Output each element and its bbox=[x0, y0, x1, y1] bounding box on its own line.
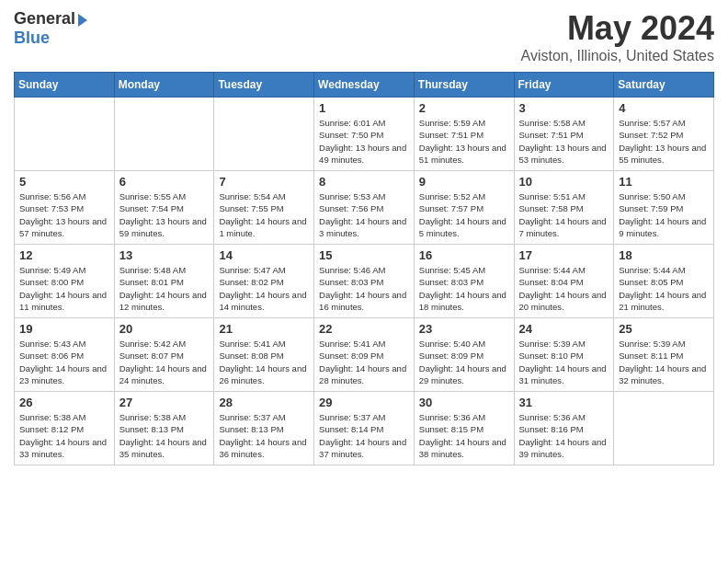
week-row-5: 26Sunrise: 5:38 AMSunset: 8:12 PMDayligh… bbox=[15, 392, 714, 465]
day-info: Sunrise: 5:36 AMSunset: 8:16 PMDaylight:… bbox=[519, 411, 609, 460]
calendar-cell: 10Sunrise: 5:51 AMSunset: 7:58 PMDayligh… bbox=[514, 171, 614, 245]
calendar-cell: 15Sunrise: 5:46 AMSunset: 8:03 PMDayligh… bbox=[314, 245, 415, 318]
day-info: Sunrise: 5:58 AMSunset: 7:51 PMDaylight:… bbox=[519, 117, 609, 166]
week-row-4: 19Sunrise: 5:43 AMSunset: 8:06 PMDayligh… bbox=[15, 318, 714, 392]
calendar-cell: 17Sunrise: 5:44 AMSunset: 8:04 PMDayligh… bbox=[514, 245, 614, 318]
day-number: 28 bbox=[219, 396, 309, 409]
calendar-table: SundayMondayTuesdayWednesdayThursdayFrid… bbox=[14, 72, 714, 465]
day-info: Sunrise: 6:01 AMSunset: 7:50 PMDaylight:… bbox=[319, 117, 409, 166]
day-info: Sunrise: 5:41 AMSunset: 8:08 PMDaylight:… bbox=[219, 338, 309, 386]
day-number: 17 bbox=[519, 248, 609, 262]
calendar-cell: 3Sunrise: 5:58 AMSunset: 7:51 PMDaylight… bbox=[514, 98, 614, 171]
day-number: 16 bbox=[419, 248, 509, 262]
title-area: May 2024 Aviston, Illinois, United State… bbox=[521, 9, 714, 64]
calendar-cell: 4Sunrise: 5:57 AMSunset: 7:52 PMDaylight… bbox=[614, 98, 714, 171]
day-info: Sunrise: 5:47 AMSunset: 8:02 PMDaylight:… bbox=[219, 264, 309, 313]
day-info: Sunrise: 5:37 AMSunset: 8:13 PMDaylight:… bbox=[219, 411, 309, 460]
day-info: Sunrise: 5:54 AMSunset: 7:55 PMDaylight:… bbox=[219, 190, 309, 239]
calendar-cell: 1Sunrise: 6:01 AMSunset: 7:50 PMDaylight… bbox=[314, 98, 415, 171]
day-number: 10 bbox=[519, 175, 609, 189]
calendar-cell: 5Sunrise: 5:56 AMSunset: 7:53 PMDaylight… bbox=[15, 171, 115, 245]
day-info: Sunrise: 5:46 AMSunset: 8:03 PMDaylight:… bbox=[319, 264, 409, 313]
week-row-2: 5Sunrise: 5:56 AMSunset: 7:53 PMDaylight… bbox=[15, 171, 714, 245]
day-number: 8 bbox=[319, 175, 409, 189]
calendar-cell: 25Sunrise: 5:39 AMSunset: 8:11 PMDayligh… bbox=[614, 318, 714, 392]
header-sunday: Sunday bbox=[15, 73, 115, 98]
day-number: 7 bbox=[219, 175, 309, 189]
day-number: 25 bbox=[619, 322, 709, 336]
calendar-cell: 24Sunrise: 5:39 AMSunset: 8:10 PMDayligh… bbox=[514, 318, 614, 392]
calendar-cell: 13Sunrise: 5:48 AMSunset: 8:01 PMDayligh… bbox=[114, 245, 214, 318]
day-number: 11 bbox=[619, 175, 709, 189]
calendar-cell: 6Sunrise: 5:55 AMSunset: 7:54 PMDaylight… bbox=[114, 171, 214, 245]
page-header: General Blue May 2024 Aviston, Illinois,… bbox=[14, 9, 714, 64]
day-number: 19 bbox=[19, 322, 109, 336]
calendar-cell: 14Sunrise: 5:47 AMSunset: 8:02 PMDayligh… bbox=[214, 245, 314, 318]
logo-blue: Blue bbox=[14, 29, 50, 48]
header-wednesday: Wednesday bbox=[314, 73, 415, 98]
logo-general: General bbox=[14, 9, 75, 29]
day-info: Sunrise: 5:49 AMSunset: 8:00 PMDaylight:… bbox=[19, 264, 109, 313]
day-number: 14 bbox=[219, 248, 309, 262]
calendar-cell: 18Sunrise: 5:44 AMSunset: 8:05 PMDayligh… bbox=[614, 245, 714, 318]
calendar-cell: 9Sunrise: 5:52 AMSunset: 7:57 PMDaylight… bbox=[414, 171, 514, 245]
calendar-cell bbox=[15, 98, 115, 171]
day-info: Sunrise: 5:57 AMSunset: 7:52 PMDaylight:… bbox=[619, 117, 709, 166]
calendar-cell: 11Sunrise: 5:50 AMSunset: 7:59 PMDayligh… bbox=[614, 171, 714, 245]
day-info: Sunrise: 5:56 AMSunset: 7:53 PMDaylight:… bbox=[19, 190, 109, 239]
day-number: 5 bbox=[19, 175, 109, 189]
calendar-cell: 29Sunrise: 5:37 AMSunset: 8:14 PMDayligh… bbox=[314, 392, 415, 465]
calendar-cell: 8Sunrise: 5:53 AMSunset: 7:56 PMDaylight… bbox=[314, 171, 415, 245]
calendar-cell bbox=[114, 98, 214, 171]
calendar-cell: 30Sunrise: 5:36 AMSunset: 8:15 PMDayligh… bbox=[414, 392, 514, 465]
calendar-cell bbox=[614, 392, 714, 465]
day-number: 13 bbox=[119, 248, 210, 262]
calendar-cell: 28Sunrise: 5:37 AMSunset: 8:13 PMDayligh… bbox=[214, 392, 314, 465]
day-info: Sunrise: 5:50 AMSunset: 7:59 PMDaylight:… bbox=[619, 190, 709, 239]
day-number: 9 bbox=[419, 175, 509, 189]
calendar-cell bbox=[214, 98, 314, 171]
day-info: Sunrise: 5:53 AMSunset: 7:56 PMDaylight:… bbox=[319, 190, 409, 239]
day-number: 22 bbox=[319, 322, 409, 336]
day-info: Sunrise: 5:44 AMSunset: 8:05 PMDaylight:… bbox=[619, 264, 709, 313]
calendar-cell: 27Sunrise: 5:38 AMSunset: 8:13 PMDayligh… bbox=[114, 392, 214, 465]
day-number: 26 bbox=[19, 396, 109, 409]
week-row-3: 12Sunrise: 5:49 AMSunset: 8:00 PMDayligh… bbox=[15, 245, 714, 318]
day-info: Sunrise: 5:38 AMSunset: 8:13 PMDaylight:… bbox=[119, 411, 210, 460]
header-saturday: Saturday bbox=[614, 73, 714, 98]
day-number: 4 bbox=[619, 101, 709, 115]
logo: General Blue bbox=[14, 9, 87, 48]
day-info: Sunrise: 5:44 AMSunset: 8:04 PMDaylight:… bbox=[519, 264, 609, 313]
day-number: 6 bbox=[119, 175, 210, 189]
day-info: Sunrise: 5:45 AMSunset: 8:03 PMDaylight:… bbox=[419, 264, 509, 313]
day-number: 2 bbox=[419, 101, 509, 115]
day-info: Sunrise: 5:39 AMSunset: 8:11 PMDaylight:… bbox=[619, 338, 709, 386]
day-info: Sunrise: 5:39 AMSunset: 8:10 PMDaylight:… bbox=[519, 338, 609, 386]
day-number: 21 bbox=[219, 322, 309, 336]
calendar-cell: 2Sunrise: 5:59 AMSunset: 7:51 PMDaylight… bbox=[414, 98, 514, 171]
day-info: Sunrise: 5:43 AMSunset: 8:06 PMDaylight:… bbox=[19, 338, 109, 386]
header-tuesday: Tuesday bbox=[214, 73, 314, 98]
header-friday: Friday bbox=[514, 73, 614, 98]
day-number: 29 bbox=[319, 396, 409, 409]
day-number: 3 bbox=[519, 101, 609, 115]
header-monday: Monday bbox=[114, 73, 214, 98]
calendar-cell: 20Sunrise: 5:42 AMSunset: 8:07 PMDayligh… bbox=[114, 318, 214, 392]
calendar-cell: 26Sunrise: 5:38 AMSunset: 8:12 PMDayligh… bbox=[15, 392, 115, 465]
day-info: Sunrise: 5:48 AMSunset: 8:01 PMDaylight:… bbox=[119, 264, 210, 313]
day-info: Sunrise: 5:40 AMSunset: 8:09 PMDaylight:… bbox=[419, 338, 509, 386]
calendar-cell: 7Sunrise: 5:54 AMSunset: 7:55 PMDaylight… bbox=[214, 171, 314, 245]
day-info: Sunrise: 5:36 AMSunset: 8:15 PMDaylight:… bbox=[419, 411, 509, 460]
header-row: SundayMondayTuesdayWednesdayThursdayFrid… bbox=[15, 73, 714, 98]
day-number: 1 bbox=[319, 101, 409, 115]
day-number: 30 bbox=[419, 396, 509, 409]
month-title: May 2024 bbox=[521, 9, 714, 48]
day-number: 31 bbox=[519, 396, 609, 409]
week-row-1: 1Sunrise: 6:01 AMSunset: 7:50 PMDaylight… bbox=[15, 98, 714, 171]
day-info: Sunrise: 5:41 AMSunset: 8:09 PMDaylight:… bbox=[319, 338, 409, 386]
day-number: 18 bbox=[619, 248, 709, 262]
calendar-cell: 22Sunrise: 5:41 AMSunset: 8:09 PMDayligh… bbox=[314, 318, 415, 392]
day-number: 20 bbox=[119, 322, 210, 336]
logo-arrow-icon bbox=[78, 14, 87, 27]
day-info: Sunrise: 5:55 AMSunset: 7:54 PMDaylight:… bbox=[119, 190, 210, 239]
